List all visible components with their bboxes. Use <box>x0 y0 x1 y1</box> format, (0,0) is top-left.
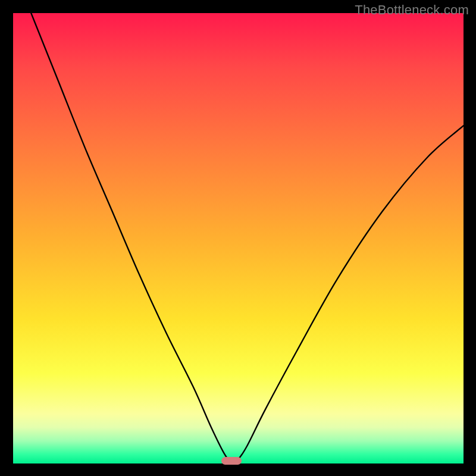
minimum-marker <box>221 457 242 465</box>
plot-area <box>13 13 464 464</box>
watermark-text: TheBottleneck.com <box>355 2 469 18</box>
bottleneck-curve <box>13 13 464 464</box>
